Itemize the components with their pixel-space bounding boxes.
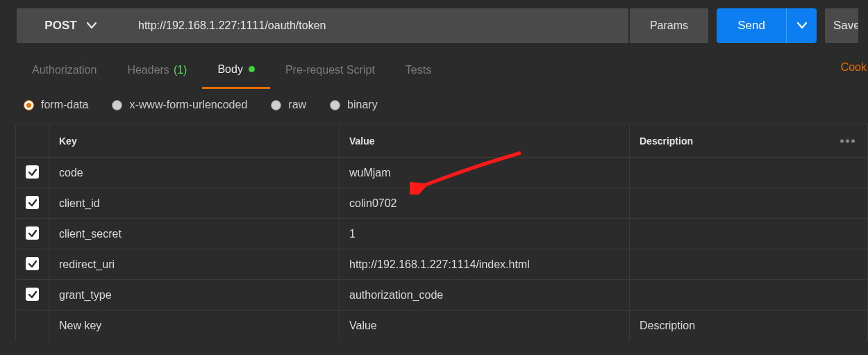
params-button[interactable]: Params	[630, 8, 708, 43]
row-checkbox[interactable]	[26, 257, 39, 270]
new-description-input[interactable]: Description	[630, 311, 868, 341]
row-checkbox-cell	[16, 249, 49, 280]
table-header-row: Key Value Description	[16, 124, 868, 158]
radio-icon	[24, 100, 34, 110]
request-tabs: Authorization Headers (1) Body Pre-reque…	[0, 51, 868, 89]
row-key-cell[interactable]: client_secret	[49, 219, 340, 249]
body-type-raw[interactable]: raw	[271, 99, 306, 111]
row-key-cell[interactable]: code	[49, 158, 340, 188]
row-checkbox[interactable]	[26, 165, 39, 179]
row-checkbox[interactable]	[26, 196, 39, 209]
params-label: Params	[650, 19, 688, 32]
table-row: redirect_urihttp://192.168.1.227:1114/in…	[16, 249, 868, 280]
row-value-cell[interactable]: http://192.168.1.227:1114/index.html	[340, 249, 630, 280]
radio-icon	[271, 100, 281, 110]
column-header-checkbox	[16, 124, 49, 158]
row-checkbox-cell	[16, 219, 49, 249]
row-checkbox[interactable]	[26, 226, 39, 240]
tab-authorization[interactable]: Authorization	[17, 51, 112, 89]
row-checkbox[interactable]	[26, 288, 39, 301]
row-checkbox-cell	[16, 311, 49, 341]
form-data-table: Key Value Description codewuMjamclient_i…	[15, 124, 868, 341]
http-method-select[interactable]: POST	[17, 8, 124, 43]
table-row: client_secret1	[16, 219, 868, 249]
row-description-cell[interactable]	[630, 219, 868, 249]
more-options-icon[interactable]	[837, 136, 858, 145]
table-new-row: New keyValueDescription	[16, 311, 868, 341]
column-header-description-label: Description	[640, 135, 693, 147]
row-value-cell[interactable]: colin0702	[340, 188, 630, 219]
save-button[interactable]: Save	[825, 8, 858, 43]
radio-icon	[330, 100, 340, 110]
radio-label: x-www-form-urlencoded	[129, 99, 247, 111]
tab-tests[interactable]: Tests	[390, 51, 446, 89]
body-type-urlencoded[interactable]: x-www-form-urlencoded	[112, 99, 247, 111]
headers-count-badge: (1)	[174, 64, 187, 76]
tab-headers[interactable]: Headers (1)	[112, 51, 202, 89]
table-row: grant_typeauthorization_code	[16, 280, 868, 311]
radio-label: form-data	[41, 99, 88, 111]
row-value-cell[interactable]: authorization_code	[340, 280, 630, 311]
http-method-label: POST	[44, 19, 76, 33]
row-key-cell[interactable]: grant_type	[49, 280, 340, 311]
body-indicator-dot	[249, 66, 255, 72]
table-row: client_idcolin0702	[16, 188, 868, 219]
row-description-cell[interactable]	[630, 158, 868, 188]
new-key-input[interactable]: New key	[49, 311, 340, 341]
row-value-cell[interactable]: 1	[340, 219, 630, 249]
body-type-form-data[interactable]: form-data	[24, 99, 88, 111]
request-bar: POST Params Send Save	[0, 0, 868, 51]
send-button-group: Send	[717, 8, 817, 43]
row-checkbox-cell	[16, 158, 49, 188]
radio-label: raw	[288, 99, 306, 111]
chevron-down-icon	[797, 20, 807, 31]
column-header-key: Key	[49, 124, 340, 158]
row-value-cell[interactable]: wuMjam	[340, 158, 630, 188]
radio-icon	[112, 100, 122, 110]
tab-label: Headers	[127, 64, 169, 76]
body-type-binary[interactable]: binary	[330, 99, 378, 111]
tab-label: Tests	[406, 64, 431, 76]
column-header-value: Value	[340, 124, 630, 158]
cookies-link[interactable]: Cook	[841, 61, 868, 74]
radio-label: binary	[347, 99, 378, 111]
send-button[interactable]: Send	[717, 8, 786, 43]
save-label: Save	[833, 19, 858, 33]
tab-label: Body	[217, 63, 242, 76]
chevron-down-icon	[87, 22, 97, 29]
send-label: Send	[737, 19, 765, 33]
cookies-label: Cook	[841, 61, 867, 73]
row-description-cell[interactable]	[630, 249, 868, 280]
new-value-input[interactable]: Value	[340, 311, 630, 341]
table-row: codewuMjam	[16, 158, 868, 188]
row-description-cell[interactable]	[630, 280, 868, 311]
row-key-cell[interactable]: client_id	[49, 188, 340, 219]
tab-body[interactable]: Body	[202, 51, 269, 89]
row-key-cell[interactable]: redirect_uri	[49, 249, 340, 280]
row-checkbox-cell	[16, 188, 49, 219]
body-type-radio-group: form-data x-www-form-urlencoded raw bina…	[0, 89, 868, 124]
request-url-input[interactable]	[124, 8, 628, 43]
send-dropdown-button[interactable]	[786, 8, 817, 43]
tab-label: Authorization	[32, 64, 97, 76]
tab-label: Pre-request Script	[285, 64, 375, 76]
row-description-cell[interactable]	[630, 188, 868, 219]
tab-prerequest-script[interactable]: Pre-request Script	[270, 51, 390, 89]
column-header-description: Description	[630, 124, 868, 158]
row-checkbox-cell	[16, 280, 49, 311]
